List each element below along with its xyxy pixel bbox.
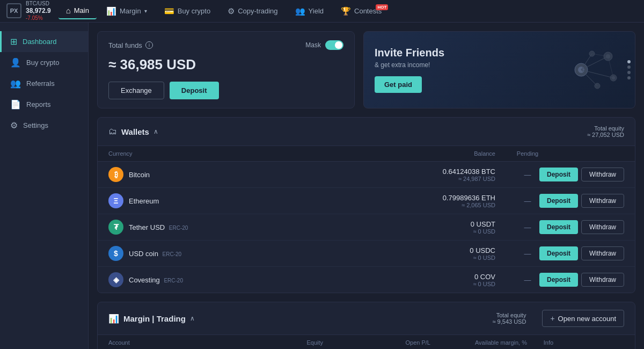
table-row: ₿ Bitcoin 0.64124038 BTC ≈ 24,987 USD — …: [98, 162, 635, 188]
nav-item-buy-crypto[interactable]: 💳 Buy crypto: [157, 3, 218, 19]
table-row: Ξ Ethereum 0.79989636 ETH ≈ 2,065 USD — …: [98, 188, 635, 214]
btc-actions: Deposit Withdraw: [560, 168, 624, 181]
usdt-coin-icon: ₮: [108, 220, 123, 235]
margin-title-group: 📊 Margin | Trading ∧: [108, 314, 195, 324]
eth-actions: Deposit Withdraw: [560, 194, 624, 208]
margin-table-header: Account Equity Open P/L Available margin…: [98, 335, 635, 349]
eth-withdraw-button[interactable]: Withdraw: [581, 194, 624, 208]
col-empty: [216, 150, 415, 157]
eth-balance-main: 0.79989636 ETH: [415, 194, 495, 202]
invite-decoration: [538, 46, 624, 94]
logo-icon: PX: [6, 3, 21, 18]
logo-area: PX BTC/USD 38,972.9 -7.05%: [6, 1, 51, 21]
nav-label-copy-trading: Copy-trading: [238, 7, 277, 15]
cov-deposit-button[interactable]: Deposit: [539, 273, 578, 287]
btc-name: Bitcoin: [129, 171, 150, 179]
btc-change: -7.05%: [26, 15, 51, 21]
margin-equity: Total equity ≈ 9,543 USD: [493, 312, 526, 325]
wallets-equity-value: ≈ 27,052 USD: [587, 132, 624, 138]
margin-equity-value: ≈ 9,543 USD: [493, 318, 526, 325]
toggle-knob: [335, 41, 342, 49]
margin-equity-label: Total equity: [493, 312, 526, 318]
usdc-deposit-button[interactable]: Deposit: [539, 246, 578, 260]
btc-withdraw-button[interactable]: Withdraw: [581, 168, 624, 181]
wallets-chevron[interactable]: ∧: [153, 128, 158, 135]
nav-item-contests[interactable]: 🏆 Contests HOT: [333, 3, 389, 19]
chart-icon: 📊: [106, 6, 116, 16]
top-row: Total funds i Mask ≈ 36,985 USD Exchange…: [97, 31, 635, 108]
yield-icon: 👥: [295, 6, 305, 16]
nav-item-yield[interactable]: 👥 Yield: [288, 3, 331, 19]
currency-cell-btc: ₿ Bitcoin: [108, 167, 216, 182]
sidebar-item-dashboard[interactable]: ⊞ Dashboard: [0, 31, 88, 52]
usdt-name: Tether USD ERC-20: [129, 223, 188, 231]
margin-col-margin: Available margin, %: [430, 339, 527, 346]
nav-label-margin: Margin: [120, 7, 141, 15]
margin-title: Margin | Trading: [123, 314, 186, 323]
nav-label-main: Main: [74, 6, 89, 14]
usdt-deposit-button[interactable]: Deposit: [539, 220, 578, 234]
table-row: ◈ Covesting ERC-20 0 COV ≈ 0 USD — Depos…: [98, 267, 635, 293]
nav-item-main[interactable]: ⌂ Main: [58, 3, 97, 19]
margin-chevron[interactable]: ∧: [190, 315, 195, 322]
wallets-equity: Total equity ≈ 27,052 USD: [587, 125, 624, 138]
usdt-withdraw-button[interactable]: Withdraw: [581, 220, 624, 234]
margin-col-account: Account: [108, 339, 226, 346]
cov-coin-icon: ◈: [108, 272, 123, 287]
eth-balance: 0.79989636 ETH ≈ 2,065 USD: [415, 194, 495, 208]
carousel-dot-1[interactable]: [627, 60, 631, 63]
wallets-section: 🗂 Wallets ∧ Total equity ≈ 27,052 USD Cu…: [97, 117, 635, 293]
funds-amount: ≈ 36,985 USD: [108, 56, 343, 73]
sidebar-item-referrals[interactable]: 👥 Referrals: [0, 73, 88, 94]
margin-col-pnl: Open P/L: [323, 339, 430, 346]
wallets-icon: 🗂: [108, 127, 117, 136]
exchange-button[interactable]: Exchange: [108, 82, 164, 99]
cov-balance-usd: ≈ 0 USD: [415, 281, 495, 287]
margin-section: 📊 Margin | Trading ∧ Total equity ≈ 9,54…: [97, 302, 635, 349]
get-paid-button[interactable]: Get paid: [375, 76, 422, 93]
margin-col-info: Info: [527, 339, 570, 346]
carousel-dot-2[interactable]: [627, 66, 631, 69]
card-icon: 💳: [164, 6, 174, 16]
usdt-actions: Deposit Withdraw: [560, 220, 624, 234]
chevron-down-icon: ▾: [144, 8, 147, 14]
settings-icon: ⚙: [10, 120, 18, 130]
cov-actions: Deposit Withdraw: [560, 273, 624, 287]
sidebar-item-reports[interactable]: 📄 Reports: [0, 94, 88, 115]
nav-item-copy-trading[interactable]: ⚙ Copy-trading: [220, 3, 285, 19]
col-pending: Pending: [495, 150, 560, 157]
open-new-btn-label: Open new account: [558, 315, 616, 323]
open-new-account-button[interactable]: + Open new account: [542, 310, 624, 327]
eth-deposit-button[interactable]: Deposit: [539, 194, 578, 208]
carousel-dot-3[interactable]: [627, 71, 631, 74]
cov-name: Covesting ERC-20: [129, 276, 183, 284]
deposit-main-button[interactable]: Deposit: [170, 82, 219, 99]
invite-card: Invite Friends & get extra income! Get p…: [363, 31, 635, 108]
cov-withdraw-button[interactable]: Withdraw: [581, 273, 624, 287]
eth-coin-icon: Ξ: [108, 193, 123, 208]
sidebar-item-settings[interactable]: ⚙ Settings: [0, 115, 88, 136]
nav-item-margin[interactable]: 📊 Margin ▾: [99, 3, 155, 19]
btc-deposit-button[interactable]: Deposit: [539, 168, 578, 181]
wallets-title: Wallets: [121, 127, 149, 136]
usdc-withdraw-button[interactable]: Withdraw: [581, 246, 624, 260]
mask-toggle[interactable]: [325, 40, 343, 50]
funds-actions: Exchange Deposit: [108, 82, 343, 99]
btc-price-value: 38,972.9: [26, 7, 51, 14]
usdc-name: USD coin ERC-20: [129, 250, 181, 258]
usdc-balance: 0 USDC ≈ 0 USD: [415, 246, 495, 261]
info-icon[interactable]: i: [145, 41, 153, 49]
cov-balance: 0 COV ≈ 0 USD: [415, 273, 495, 287]
sidebar-label-reports: Reports: [26, 100, 51, 108]
sidebar-item-buy-crypto[interactable]: 👤 Buy crypto: [0, 52, 88, 73]
nav-label-buy-crypto: Buy crypto: [178, 7, 210, 15]
col-currency: Currency: [108, 150, 216, 157]
margin-col-trade: [613, 339, 635, 346]
sidebar-label-dashboard: Dashboard: [23, 38, 57, 46]
margin-col-fund: [570, 339, 613, 346]
carousel-dot-4[interactable]: [627, 76, 631, 79]
dashboard-icon: ⊞: [10, 37, 17, 47]
btc-balance: 0.64124038 BTC ≈ 24,987 USD: [415, 168, 495, 182]
svg-line-10: [581, 70, 597, 86]
referrals-icon: 👥: [10, 78, 21, 89]
